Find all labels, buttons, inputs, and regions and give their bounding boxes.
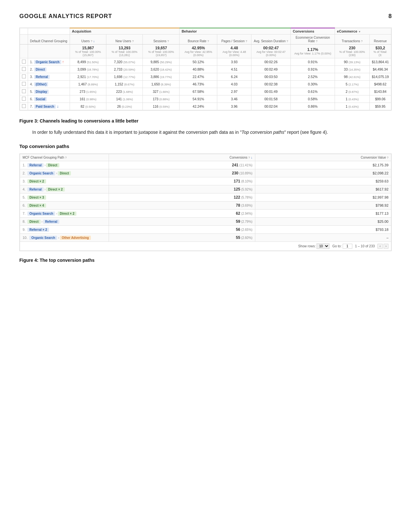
channel-tag-6[interactable]: Paid Search — [34, 104, 56, 109]
data-cell-0-1: 7,320 (55.07%) — [106, 58, 143, 66]
path-tag: Referral — [27, 163, 44, 167]
analytics-table-row: 7.Paid Search ↓82 (0.50%)26 (0.23%)116 (… — [20, 103, 391, 110]
conv-path-cell-2: 3.Direct × 2 — [20, 177, 109, 185]
data-cell-4-5: 00:01:49 — [251, 88, 291, 95]
data-cell-1-1: 2,733 (20.59%) — [106, 66, 143, 73]
go-to-label: Go to: — [332, 244, 342, 248]
conv-path-cell-6: 7.Organic Search›Direct × 2 — [20, 210, 109, 218]
conv-num-cell-6: 62 (2.94%) — [109, 210, 255, 218]
data-cell-1-7: 33 (14.35%) — [335, 66, 369, 73]
conv-path-cell-9: 10.Organic Search›Other Advertising — [20, 234, 109, 242]
path-arrow-icon: › — [58, 236, 59, 240]
col-channel: Default Channel Grouping — [28, 34, 70, 44]
conv-col-path: MCF Channel Grouping Path ? — [20, 154, 109, 161]
channel-header-cell — [28, 28, 70, 34]
sessions-info-icon[interactable]: ? — [167, 40, 169, 43]
checkbox-header-cell — [20, 28, 28, 34]
pager-next-button[interactable]: › — [384, 244, 388, 249]
channel-cell-3: 4.(Other) — [28, 81, 70, 88]
data-cell-3-5: 00:02:38 — [251, 81, 291, 88]
path-tag: Direct — [58, 171, 71, 175]
summary-ecom-conv: 1.17% Avg for View: 1.17% (0.00%) — [291, 44, 335, 58]
data-cell-0-8: $13,864.41 — [369, 58, 391, 66]
channel-tag-4[interactable]: Display — [34, 90, 49, 94]
conv-table-row: 8.Direct›Referral59 (2.79%)$25.00 — [20, 218, 391, 226]
show-rows-select[interactable]: 10 25 50 — [317, 243, 329, 249]
data-cell-6-5: 00:02:04 — [251, 103, 291, 110]
channel-tag-2[interactable]: Referral — [34, 75, 50, 79]
sort-arrow[interactable]: ↓ — [93, 39, 95, 43]
data-cell-4-6: 0.61% — [291, 88, 335, 95]
row-checkbox-2[interactable] — [22, 74, 26, 78]
behavior-section-header: Behavior — [180, 28, 291, 34]
channel-cell-4: 5.Display — [28, 88, 70, 95]
ecommerce-dropdown-arrow[interactable]: ▼ — [358, 30, 361, 33]
path-tag: Direct × 4 — [27, 203, 46, 208]
pages-session-info-icon[interactable]: ? — [246, 40, 247, 43]
new-users-info-icon[interactable]: ? — [132, 40, 134, 43]
conv-sort-arrow[interactable]: ↓ — [251, 156, 252, 159]
data-cell-3-0: 1,467 (8.89%) — [70, 81, 106, 88]
path-arrow-icon: › — [44, 188, 45, 191]
conv-table-row: 6.Direct × 478 (3.69%)$798.92 — [20, 202, 391, 210]
data-cell-6-2: 116 (0.59%) — [143, 103, 180, 110]
path-tag: Direct × 2 — [58, 212, 76, 216]
conv-conversions-info-icon[interactable]: ? — [248, 156, 250, 159]
path-tag: Other Advertising — [60, 236, 91, 240]
ecom-conv-info-icon[interactable]: ? — [316, 40, 318, 43]
analytics-table-row: 2.Direct3,099 (18.78%)2,733 (20.59%)3,62… — [20, 66, 391, 73]
row-checkbox-4[interactable] — [22, 89, 26, 93]
top-conversion-paths-heading: Top conversion paths — [19, 143, 392, 149]
data-cell-2-6: 2.52% — [291, 73, 335, 81]
channel-tag-3[interactable]: (Other) — [34, 82, 48, 86]
data-cell-3-2: 1,650 (8.39%) — [143, 81, 180, 88]
summary-avg-session: 00:02:47 Avg for View: 00:02:47 (0.00%) — [251, 44, 291, 58]
body-text: In order to fully understand this data i… — [19, 129, 392, 136]
data-cell-1-5: 00:02:49 — [251, 66, 291, 73]
conv-value-cell-0: $2,175.39 — [255, 161, 391, 169]
row-checkbox-5[interactable] — [22, 97, 26, 101]
bounce-rate-info-icon[interactable]: ? — [207, 40, 209, 43]
users-info-icon[interactable]: ? — [91, 40, 92, 43]
acquisition-section-header: Acquisition — [70, 28, 180, 34]
row-checkbox-0[interactable] — [22, 60, 26, 64]
pager-prev-button[interactable]: ‹ — [377, 244, 382, 249]
data-cell-4-3: 67.58% — [180, 88, 217, 95]
conv-col-conversions: Conversions ? ↓ — [109, 154, 255, 161]
conv-path-cell-8: 9.Referral × 2 — [20, 226, 109, 234]
path-tag: Direct — [27, 220, 40, 224]
channel-tag-0[interactable]: Organic Search — [34, 60, 61, 64]
col-checkbox — [20, 34, 28, 44]
data-cell-3-4: 4.03 — [217, 81, 251, 88]
path-arrow-icon: › — [44, 163, 45, 167]
conv-value-info-icon[interactable]: ? — [387, 156, 388, 159]
col-sessions: Sessions ? — [143, 34, 180, 44]
summary-checkbox — [20, 44, 28, 58]
data-cell-1-2: 3,620 (18.42%) — [143, 66, 180, 73]
conv-path-info-icon[interactable]: ? — [65, 156, 67, 159]
data-cell-6-6: 0.86% — [291, 103, 335, 110]
path-tag: Direct × 2 — [46, 187, 64, 192]
channel-cell-2: 3.Referral — [28, 73, 70, 81]
data-cell-4-0: 273 (1.65%) — [70, 88, 106, 95]
channel-tag-1[interactable]: Direct — [34, 67, 46, 72]
go-to-input[interactable] — [343, 244, 352, 249]
data-cell-5-6: 0.58% — [291, 95, 335, 103]
conv-value-cell-5: $798.92 — [255, 202, 391, 210]
page-header: GOOGLE ANALYTICS REPORT 8 — [19, 13, 392, 20]
conv-num-cell-0: 241 (11.41%) — [109, 161, 255, 169]
row-checkbox-3[interactable] — [22, 82, 26, 86]
avg-session-info-icon[interactable]: ? — [287, 40, 288, 43]
row-checkbox-6[interactable] — [22, 104, 26, 108]
col-avg-session: Avg. Session Duration ? — [251, 34, 291, 44]
col-ecom-conv: Ecommerce Conversion Rate ? — [291, 34, 335, 44]
conv-num-cell-7: 59 (2.79%) — [109, 218, 255, 226]
conv-path-cell-7: 8.Direct›Referral — [20, 218, 109, 226]
transactions-info-icon[interactable]: ? — [361, 40, 363, 43]
data-cell-3-7: 5 (2.17%) — [335, 81, 369, 88]
pager-cell: Show rows: 10 25 50 Go to: 1 – 10 of 233… — [20, 242, 391, 251]
conv-col-value: Conversion Value ? — [255, 154, 391, 161]
conv-table-row: 7.Organic Search›Direct × 262 (2.94%)$17… — [20, 210, 391, 218]
row-checkbox-1[interactable] — [22, 67, 26, 71]
channel-tag-5[interactable]: Social — [34, 97, 47, 101]
